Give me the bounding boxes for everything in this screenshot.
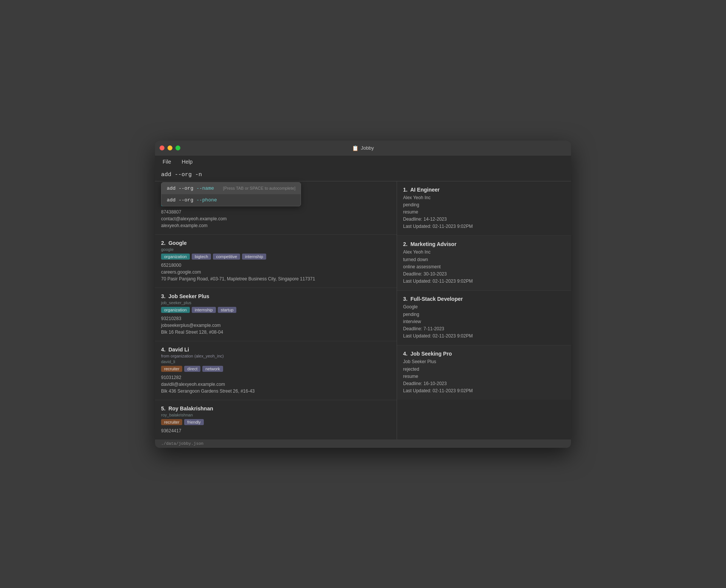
tag-competitive-2: competitive [213, 254, 240, 260]
org-detail-2: 65218000 careers.google.com 70 Pasir Pan… [161, 262, 391, 282]
org-id-4: david_li [161, 359, 391, 364]
tag-internship-3: internship [192, 307, 216, 313]
org-id-5: roy_balakrishnan [161, 413, 391, 417]
main-content: 1. Alex Yeoh Inc alex_yeoh_inc organizat… [155, 181, 571, 439]
command-input[interactable] [161, 172, 565, 178]
org-detail-1: 87438807 contact@alexyeoh.example.com al… [161, 209, 391, 229]
org-card-4[interactable]: 4. David Li from organization (alex_yeoh… [155, 341, 397, 400]
from-org-4: from organization (alex_yeoh_inc) [161, 354, 391, 358]
org-title-3: 3. Job Seeker Plus [161, 293, 391, 299]
autocomplete-hint-1: [Press TAB or SPACE to autocomplete] [223, 186, 295, 190]
job-title-3: 3. Full-Stack Developer [403, 296, 565, 302]
tag-friendly-5: friendly [184, 419, 203, 425]
tag-organization-3: organization [161, 307, 190, 313]
tag-bigtech-2: bigtech [192, 254, 211, 260]
org-title-2: 2. Google [161, 240, 391, 246]
autocomplete-flag-phone: --phone [196, 197, 217, 203]
title-bar: 📋 Jobby [155, 141, 571, 156]
job-detail-2: Alex Yeoh Inc turned down online assessm… [403, 249, 565, 285]
right-panel: 1. AI Engineer Alex Yeoh Inc pending res… [397, 181, 571, 439]
org-detail-3: 93210283 jobseekerplus@example.com Blk 1… [161, 315, 391, 336]
autocomplete-item-name[interactable]: add --org --name [Press TAB or SPACE to … [161, 183, 301, 194]
job-card-4[interactable]: 4. Job Seeking Pro Job Seeker Plus rejec… [397, 345, 571, 400]
app-icon: 📋 [352, 145, 358, 151]
job-card-3[interactable]: 3. Full-Stack Developer Google pending i… [397, 291, 571, 345]
job-card-1[interactable]: 1. AI Engineer Alex Yeoh Inc pending res… [397, 181, 571, 236]
tag-recruiter-5: recruiter [161, 419, 182, 425]
job-card-2[interactable]: 2. Marketing Advisor Alex Yeoh Inc turne… [397, 236, 571, 291]
autocomplete-item-phone[interactable]: add --org --phone [161, 194, 301, 206]
org-detail-4: 91031282 davidli@alexyeoh.example.com Bl… [161, 374, 391, 395]
autocomplete-cmd-text-2: add --org [167, 197, 193, 203]
org-tags-4: recruiter direct network [161, 366, 391, 372]
autocomplete-dropdown: add --org --name [Press TAB or SPACE to … [161, 182, 301, 206]
org-tags-2: organization bigtech competitive interns… [161, 254, 391, 260]
org-card-5[interactable]: 5. Roy Balakrishnan roy_balakrishnan rec… [155, 400, 397, 439]
left-panel: 1. Alex Yeoh Inc alex_yeoh_inc organizat… [155, 181, 397, 439]
app-window: 📋 Jobby File Help add --org --name [Pres… [155, 141, 571, 448]
status-bar: ./data/jobby.json [155, 439, 571, 448]
traffic-lights [160, 145, 180, 150]
tag-organization-2: organization [161, 254, 190, 260]
org-tags-3: organization internship startup [161, 307, 391, 313]
window-title: 📋 Jobby [352, 145, 374, 151]
job-detail-1: Alex Yeoh Inc pending resume Deadline: 1… [403, 194, 565, 231]
menu-file[interactable]: File [161, 158, 173, 166]
menu-help[interactable]: Help [180, 158, 194, 166]
tag-network-4: network [202, 366, 223, 372]
org-title-4: 4. David Li [161, 347, 391, 353]
app-title: Jobby [361, 145, 374, 151]
tag-startup-3: startup [218, 307, 237, 313]
menu-bar: File Help [155, 156, 571, 168]
org-title-5: 5. Roy Balakrishnan [161, 405, 391, 412]
org-id-3: job_seeker_plus [161, 300, 391, 305]
minimize-button[interactable] [168, 145, 172, 150]
tag-internship-2: internship [242, 254, 266, 260]
tag-recruiter-4: recruiter [161, 366, 182, 372]
close-button[interactable] [160, 145, 164, 150]
job-title-1: 1. AI Engineer [403, 187, 565, 193]
tag-direct-4: direct [184, 366, 200, 372]
job-detail-4: Job Seeker Plus rejected resume Deadline… [403, 358, 565, 395]
job-title-2: 2. Marketing Advisor [403, 241, 565, 247]
command-bar: add --org --name [Press TAB or SPACE to … [155, 168, 571, 181]
autocomplete-cmd-text-1: add --org [167, 186, 193, 191]
org-card-2[interactable]: 2. Google google organization bigtech co… [155, 235, 397, 288]
org-card-3[interactable]: 3. Job Seeker Plus job_seeker_plus organ… [155, 288, 397, 341]
job-title-4: 4. Job Seeking Pro [403, 351, 565, 357]
org-tags-5: recruiter friendly [161, 419, 391, 425]
maximize-button[interactable] [175, 145, 180, 150]
org-detail-5: 93624417 [161, 427, 391, 434]
org-id-2: google [161, 247, 391, 252]
status-path: ./data/jobby.json [161, 441, 203, 446]
autocomplete-flag-name: --name [196, 186, 214, 191]
job-detail-3: Google pending interview Deadline: 7-11-… [403, 303, 565, 340]
